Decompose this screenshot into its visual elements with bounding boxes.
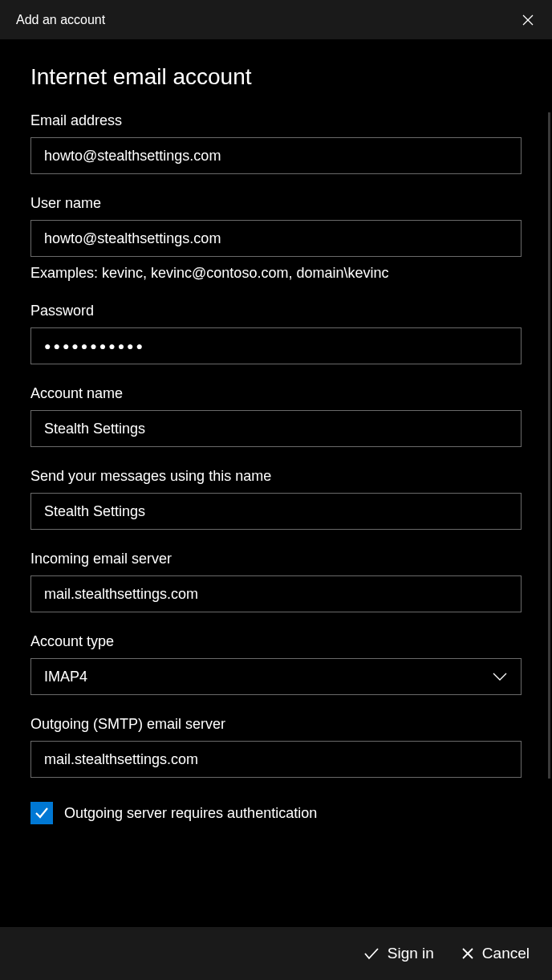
account-type-label: Account type — [30, 633, 522, 650]
checkmark-icon — [363, 947, 380, 960]
signin-label: Sign in — [388, 945, 434, 962]
close-button[interactable] — [520, 12, 536, 28]
incoming-server-label: Incoming email server — [30, 551, 522, 567]
outgoing-auth-checkbox[interactable] — [30, 802, 53, 824]
page-heading: Internet email account — [30, 64, 522, 90]
signin-button[interactable]: Sign in — [363, 945, 434, 962]
outgoing-server-field-group: Outgoing (SMTP) email server — [30, 716, 522, 778]
password-field-group: Password ●●●●●●●●●●● — [30, 303, 522, 364]
email-input[interactable] — [30, 137, 522, 174]
checkmark-icon — [34, 805, 50, 821]
account-type-select[interactable]: IMAP4 — [30, 658, 522, 695]
send-name-label: Send your messages using this name — [30, 468, 522, 485]
email-label: Email address — [30, 112, 522, 129]
incoming-server-field-group: Incoming email server — [30, 551, 522, 612]
cancel-button[interactable]: Cancel — [461, 945, 530, 962]
incoming-server-input[interactable] — [30, 575, 522, 612]
send-name-input[interactable] — [30, 493, 522, 530]
account-name-input[interactable] — [30, 410, 522, 447]
account-type-select-wrapper: IMAP4 — [30, 658, 522, 695]
outgoing-server-label: Outgoing (SMTP) email server — [30, 716, 522, 733]
password-label: Password — [30, 303, 522, 319]
username-helper: Examples: kevinc, kevinc@contoso.com, do… — [30, 265, 522, 282]
titlebar: Add an account — [0, 0, 552, 40]
username-input[interactable] — [30, 220, 522, 257]
outgoing-auth-row: Outgoing server requires authentication — [30, 802, 522, 824]
close-icon — [461, 947, 474, 960]
content-area: Internet email account Email address Use… — [0, 40, 552, 927]
account-name-field-group: Account name — [30, 385, 522, 447]
username-field-group: User name Examples: kevinc, kevinc@conto… — [30, 195, 522, 282]
close-icon — [522, 14, 534, 26]
username-label: User name — [30, 195, 522, 212]
outgoing-server-input[interactable] — [30, 741, 522, 778]
account-type-field-group: Account type IMAP4 — [30, 633, 522, 695]
send-name-field-group: Send your messages using this name — [30, 468, 522, 530]
password-input[interactable]: ●●●●●●●●●●● — [30, 327, 522, 364]
footer: Sign in Cancel — [0, 927, 552, 980]
cancel-label: Cancel — [482, 945, 530, 962]
outgoing-auth-label: Outgoing server requires authentication — [64, 805, 317, 822]
account-name-label: Account name — [30, 385, 522, 402]
titlebar-title: Add an account — [16, 13, 105, 27]
email-field-group: Email address — [30, 112, 522, 174]
scrollbar[interactable] — [548, 112, 550, 779]
